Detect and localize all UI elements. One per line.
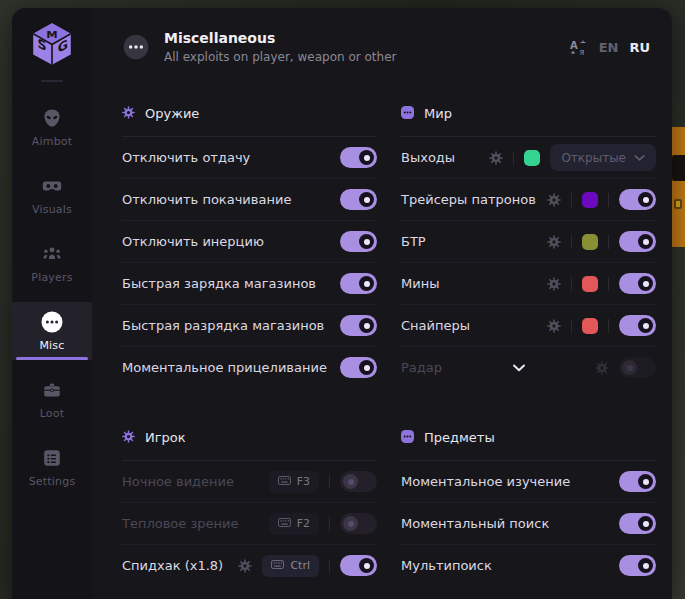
sidebar-item-label: Visuals [32,203,72,216]
toggle-knob [622,360,637,375]
sidebar-item-visuals[interactable]: Visuals [12,166,92,224]
translate-icon[interactable]: Aя [569,39,588,56]
toggle[interactable] [340,315,377,336]
toggle-knob [359,276,374,291]
section-title: Игрок [145,430,186,445]
gear-icon[interactable] [547,193,561,207]
toggle[interactable] [619,513,656,534]
cheat-menu-window: M S G AimbotVisualsPlayersMiscLootSettin… [12,8,672,599]
dropdown-value: Открытые [561,151,626,165]
keybind-badge[interactable]: F2 [269,513,319,535]
toggle[interactable] [619,357,656,378]
toggle[interactable] [340,231,377,252]
keybind-badge[interactable]: Ctrl [262,555,319,577]
toggle[interactable] [340,147,377,168]
setting-row: Тепловое зрениеF2 [122,502,377,544]
sidebar-item-label: Loot [40,407,65,420]
svg-text:я: я [579,48,584,56]
gear-icon[interactable] [547,319,561,333]
setting-row: Радар [401,346,656,388]
gear-icon[interactable] [547,235,561,249]
color-swatch[interactable] [582,318,598,334]
toggle[interactable] [340,189,377,210]
toggle[interactable] [619,315,656,336]
keybind-label: Ctrl [290,559,310,572]
gear-icon[interactable] [489,151,503,165]
control-divider [329,517,330,531]
color-swatch[interactable] [524,150,540,166]
setting-row: Отключить инерцию [122,220,377,262]
setting-row: БТР [401,220,656,262]
briefcase-icon [41,378,63,402]
color-swatch[interactable] [582,192,598,208]
sidebar-item-loot[interactable]: Loot [12,370,92,428]
gear-icon[interactable] [595,361,609,375]
ellipsis-icon [40,310,64,334]
toggle[interactable] [340,555,377,576]
toggle[interactable] [340,513,377,534]
setting-row: Спидхак (x1.8)Ctrl [122,544,377,586]
toggle-knob [638,234,653,249]
toggle-knob [343,474,358,489]
row-controls [340,189,377,210]
language-switcher: Aя EN RU [569,39,650,56]
gear-icon [122,428,135,447]
language-option-en[interactable]: EN [599,40,619,55]
control-divider [608,277,609,291]
setting-row: Моментальное прицеливание [122,346,377,388]
row-controls: Открытые [489,144,656,171]
setting-label: Выходы [401,150,455,165]
toggle-knob [638,558,653,573]
language-option-ru[interactable]: RU [629,40,650,55]
toggle[interactable] [340,471,377,492]
gear-icon[interactable] [238,559,252,573]
toggle[interactable] [619,189,656,210]
toggle[interactable] [340,273,377,294]
section-rows: Моментальное изучениеМоментальный поискМ… [401,461,656,586]
row-controls [547,273,656,294]
setting-row: Мины [401,262,656,304]
toggle[interactable] [619,273,656,294]
control-divider [329,559,330,573]
toggle-knob [359,192,374,207]
chevron-down-icon [634,154,645,162]
toggle-knob [359,558,374,573]
keybind-label: F3 [297,475,310,488]
sidebar-item-settings[interactable]: Settings [12,438,92,496]
setting-label: Быстрая зарядка магазинов [122,276,316,291]
section-world: МирВыходыОткрытыеТрейсеры патроновБТРМин… [401,88,656,388]
page-title: Miscellaneous [164,30,396,46]
setting-label: Спидхак (x1.8) [122,558,223,573]
color-swatch[interactable] [582,234,598,250]
color-swatch[interactable] [582,276,598,292]
setting-label: Мины [401,276,439,291]
section-rows: ВыходыОткрытыеТрейсеры патроновБТРМиныСн… [401,137,656,388]
sidebar-item-players[interactable]: Players [12,234,92,292]
toggle[interactable] [619,231,656,252]
keybind-badge[interactable]: F3 [269,471,319,493]
page-titles: Miscellaneous All exploits on player, we… [164,30,396,64]
sidebar-item-aimbot[interactable]: Aimbot [12,98,92,156]
toggle[interactable] [340,357,377,378]
section-rows: Отключить отдачуОтключить покачиваниеОтк… [122,137,377,388]
setting-row: Быстрая зарядка магазинов [122,262,377,304]
section-header: Оружие [122,88,377,124]
setting-row: Ночное видениеF3 [122,461,377,502]
control-divider [329,475,330,489]
vr-goggles-icon [41,174,63,198]
dropdown-select[interactable]: Открытые [550,144,656,171]
gear-icon [122,104,135,123]
setting-row: Снайперы [401,304,656,346]
row-controls [340,273,377,294]
gear-icon[interactable] [547,277,561,291]
chevron-down-icon[interactable] [512,364,526,372]
sidebar-item-misc[interactable]: Misc [12,302,92,360]
setting-row: Отключить покачивание [122,178,377,220]
toggle[interactable] [619,471,656,492]
section-weapon: ОружиеОтключить отдачуОтключить покачива… [122,88,377,388]
column-left: ОружиеОтключить отдачуОтключить покачива… [122,88,377,599]
background-banner-mark [672,155,685,181]
toggle[interactable] [619,555,656,576]
section-title: Мир [424,106,452,121]
main-panel: Miscellaneous All exploits on player, we… [92,8,672,599]
